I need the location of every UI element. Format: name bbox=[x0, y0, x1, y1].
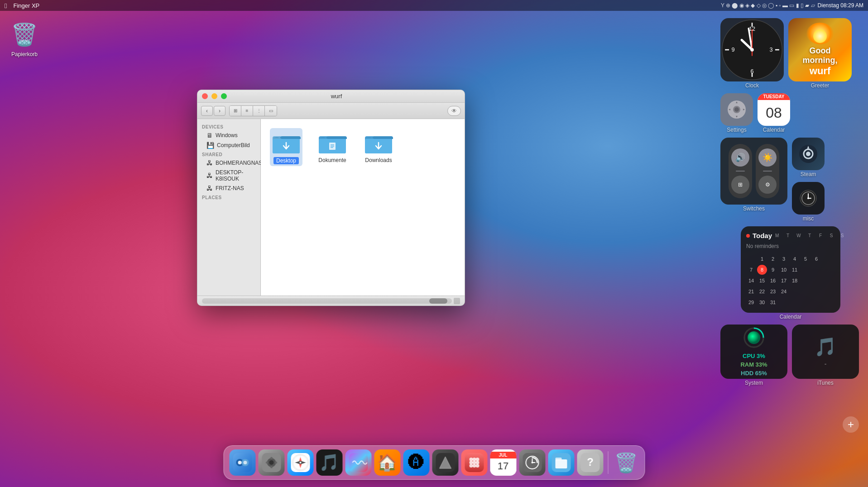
switches-widget[interactable]: 🔊 ⊞ ☀️ ⚙ bbox=[720, 138, 787, 205]
calendar-day[interactable]: 14 bbox=[746, 276, 756, 286]
dock-finder[interactable] bbox=[229, 449, 255, 476]
close-button[interactable] bbox=[202, 93, 208, 99]
dock-home[interactable]: 🏠 bbox=[374, 449, 400, 476]
calendar-day[interactable]: 5 bbox=[801, 254, 810, 264]
sidebar-item-windows[interactable]: 🖥 Windows bbox=[199, 130, 259, 140]
settings-widget[interactable] bbox=[720, 93, 753, 126]
folder-downloads[interactable]: Downloads bbox=[362, 128, 395, 165]
calendar-day[interactable]: 3 bbox=[779, 254, 789, 264]
calendar-day[interactable]: 30 bbox=[757, 297, 767, 307]
dock-siri[interactable] bbox=[345, 449, 371, 476]
calendar-day[interactable]: 6 bbox=[811, 254, 821, 264]
svg-point-44 bbox=[270, 457, 273, 459]
calendar-day[interactable]: 1 bbox=[757, 254, 767, 264]
desktop-trash-icon[interactable]: 🗑️ Papierkorb bbox=[10, 20, 39, 57]
calendar-day[interactable]: 23 bbox=[768, 286, 778, 296]
calendar-day[interactable] bbox=[811, 265, 821, 275]
calendar-day[interactable]: 29 bbox=[746, 297, 756, 307]
calendar-day[interactable] bbox=[811, 286, 821, 296]
calendar-day[interactable]: 24 bbox=[779, 286, 789, 296]
calendar-day[interactable]: 4 bbox=[790, 254, 800, 264]
dock-divider bbox=[608, 451, 608, 474]
dock-trash[interactable]: 🗑️ bbox=[613, 449, 639, 476]
cal-small-widget[interactable]: TUESDAY 08 bbox=[758, 93, 790, 126]
folder-dokumente[interactable]: Dokumente bbox=[316, 128, 349, 165]
calendar-day[interactable]: 18 bbox=[790, 276, 800, 286]
calendar-day[interactable] bbox=[790, 286, 800, 296]
cover-flow-button[interactable]: ▭ bbox=[265, 106, 277, 116]
calendar-day[interactable] bbox=[811, 276, 821, 286]
steam-widget[interactable] bbox=[792, 138, 825, 170]
calendar-day[interactable]: 16 bbox=[768, 276, 778, 286]
switch-knob-bottom-1[interactable]: ⊞ bbox=[731, 176, 749, 194]
calendar-day[interactable]: 10 bbox=[779, 265, 789, 275]
steam-logo-icon bbox=[798, 144, 818, 164]
switch-knob-1[interactable]: 🔊 bbox=[731, 148, 749, 167]
dock-calendar[interactable]: JUL 17 bbox=[490, 449, 516, 476]
dock-bootcamp[interactable] bbox=[432, 449, 458, 476]
calendar-day[interactable]: 15 bbox=[757, 276, 767, 286]
switch-knob-2[interactable]: ☀️ bbox=[758, 148, 777, 167]
scroll-thumb[interactable] bbox=[429, 298, 447, 304]
widgets-row-3: 🔊 ⊞ ☀️ ⚙ Switches bbox=[720, 138, 861, 222]
folder-desktop[interactable]: Desktop bbox=[270, 128, 302, 166]
finder-icon bbox=[233, 453, 252, 472]
sidebar-item-computerbild-label: ComputerBild bbox=[217, 142, 250, 148]
icon-view-button[interactable]: ⊞ bbox=[230, 106, 241, 116]
greeter-widget[interactable]: Good morning, wurf bbox=[788, 18, 852, 81]
calendar-day[interactable]: 17 bbox=[779, 276, 789, 286]
dock-launchpad[interactable] bbox=[461, 449, 487, 476]
dock-files[interactable] bbox=[548, 449, 574, 476]
dock-itunes[interactable]: 🎵 bbox=[316, 449, 342, 476]
sidebar-item-bohmerangnas[interactable]: 🖧 BOHMERANGNAS bbox=[199, 158, 259, 168]
column-view-button[interactable]: ⋮ bbox=[253, 106, 265, 116]
sidebar-item-fritz-nas[interactable]: 🖧 FRITZ-NAS bbox=[199, 183, 259, 193]
sidebar-item-computerbild[interactable]: 💾 ComputerBild bbox=[199, 140, 259, 150]
add-widget-button[interactable]: + bbox=[843, 416, 859, 433]
dock-safari[interactable] bbox=[287, 449, 313, 476]
back-button[interactable]: ‹ bbox=[201, 106, 213, 116]
calendar-day[interactable]: 2 bbox=[768, 254, 778, 264]
resize-handle[interactable] bbox=[454, 298, 460, 304]
calendar-day[interactable]: 21 bbox=[746, 286, 756, 296]
cal-header-w: W bbox=[794, 233, 804, 238]
calendar-day[interactable]: 11 bbox=[790, 265, 800, 275]
switches-widget-container: 🔊 ⊞ ☀️ ⚙ Switches bbox=[720, 138, 787, 222]
calendar-day[interactable]: 22 bbox=[757, 286, 767, 296]
calendar-day[interactable]: 31 bbox=[768, 297, 778, 307]
calendar-day[interactable]: 9 bbox=[768, 265, 778, 275]
switch-knob-bottom-2[interactable]: ⚙ bbox=[758, 176, 777, 194]
calendar-day[interactable]: 7 bbox=[746, 265, 756, 275]
svg-point-39 bbox=[238, 461, 241, 464]
calendar-day[interactable] bbox=[801, 265, 810, 275]
forward-button[interactable]: › bbox=[214, 106, 225, 116]
dock: 🎵 🏠 🅐 bbox=[223, 445, 645, 480]
dock-help[interactable]: ? bbox=[577, 449, 603, 476]
calendar-day[interactable]: 8 bbox=[757, 265, 767, 275]
misc-icon bbox=[798, 188, 818, 208]
misc-widget[interactable] bbox=[792, 182, 825, 215]
apple-logo-icon[interactable]:  bbox=[5, 2, 7, 9]
calendar-big-widget[interactable]: Today M T W T F S S No reminders 1234567… bbox=[741, 226, 840, 313]
dock-appstore[interactable]: 🅐 bbox=[403, 449, 429, 476]
switch-pill-2[interactable]: ☀️ ⚙ bbox=[756, 144, 779, 198]
clock-widget[interactable]: 12 3 6 9 bbox=[720, 18, 784, 81]
calendar-day[interactable] bbox=[746, 254, 756, 264]
widgets-area: 12 3 6 9 Clock bbox=[720, 18, 861, 386]
calendar-day[interactable] bbox=[801, 276, 810, 286]
settings-icon bbox=[726, 99, 748, 120]
sidebar-item-desktop-k8isouk[interactable]: 🖧 DESKTOP-K8ISOUK bbox=[199, 168, 259, 183]
dock-timemachine[interactable] bbox=[519, 449, 545, 476]
list-view-button[interactable]: ≡ bbox=[241, 106, 253, 116]
itunes-widget[interactable]: 🎵 - bbox=[792, 325, 859, 379]
search-button[interactable]: 👁 bbox=[447, 106, 461, 116]
widgets-row-1: 12 3 6 9 Clock bbox=[720, 18, 861, 89]
system-widget[interactable]: CPU 3% RAM 33% HDD 65% bbox=[720, 325, 787, 379]
horizontal-scrollbar[interactable] bbox=[202, 298, 452, 304]
dock-settings[interactable] bbox=[258, 449, 284, 476]
svg-point-17 bbox=[806, 152, 810, 156]
svg-text:3: 3 bbox=[769, 46, 772, 53]
svg-point-58 bbox=[472, 458, 476, 461]
switch-pill-1[interactable]: 🔊 ⊞ bbox=[729, 144, 752, 198]
calendar-day[interactable] bbox=[801, 286, 810, 296]
